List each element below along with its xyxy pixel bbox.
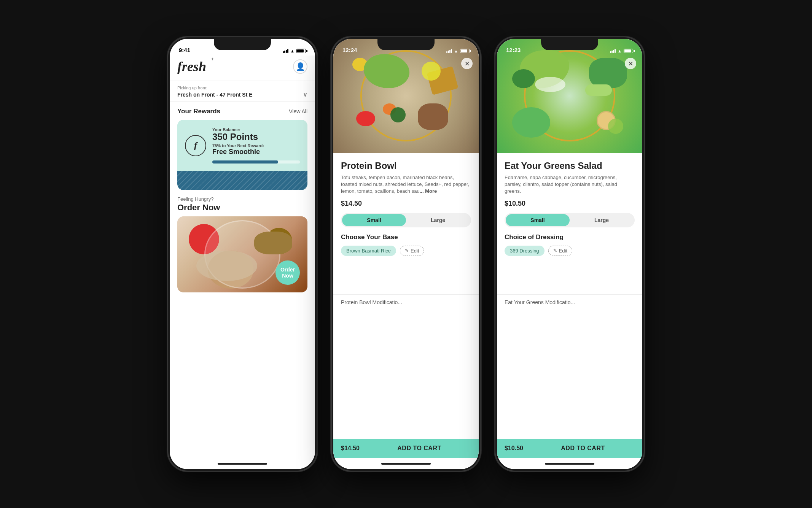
- battery-icon: [460, 49, 470, 53]
- logo-decoration: ✦: [211, 57, 214, 61]
- size-small[interactable]: Small: [342, 214, 406, 226]
- app-header: fresh ✦ 👤: [170, 56, 315, 81]
- product-description: Edamame, napa cabbage, cucumber, microgr…: [505, 174, 635, 195]
- signal-icon: [610, 49, 616, 53]
- close-button[interactable]: ✕: [625, 58, 636, 69]
- base-section-title: Choose Your Base: [341, 233, 471, 241]
- hungry-section: Feeling Hungry? Order Now Order Now: [170, 190, 315, 458]
- phone-3: 12:23 ▲: [495, 37, 644, 471]
- rewards-card: f Your Balance: 350 Points 75% to Your N…: [177, 120, 307, 190]
- size-large[interactable]: Large: [570, 214, 634, 226]
- battery-icon: [296, 49, 306, 53]
- salad-image: [497, 39, 642, 153]
- status-time: 9:41: [179, 47, 190, 53]
- product-name: Protein Bowl: [341, 160, 471, 171]
- add-to-cart-bar[interactable]: $10.50 ADD TO CART: [497, 439, 642, 458]
- pickup-location[interactable]: Fresh on Front - 47 Front St E ∨: [177, 91, 307, 98]
- rewards-pattern: [177, 171, 307, 190]
- chevron-down-icon: ∨: [303, 91, 307, 98]
- product-price: $14.50: [341, 200, 471, 208]
- add-to-cart-button[interactable]: ADD TO CART: [531, 445, 635, 452]
- status-time: 12:24: [342, 47, 357, 53]
- phone-1: 9:41 ▲ fresh: [168, 37, 317, 471]
- close-button[interactable]: ✕: [461, 58, 473, 69]
- pencil-icon: ✎: [553, 248, 557, 253]
- cart-price: $10.50: [505, 445, 531, 452]
- product-screen: 12:24 ▲: [333, 39, 479, 469]
- more-link[interactable]: ... More: [420, 188, 437, 194]
- fresh-logo: fresh ✦: [177, 59, 206, 75]
- edit-button[interactable]: ✎ Edit: [548, 246, 572, 256]
- add-to-cart-button[interactable]: ADD TO CART: [368, 445, 471, 452]
- product-screen: 12:23 ▲: [497, 39, 642, 469]
- profile-icon: 👤: [296, 62, 305, 71]
- home-screen: fresh ✦ 👤 Picking up from: Fresh on Fron…: [170, 56, 315, 458]
- product-details: Protein Bowl Tofu steaks, tempeh bacon, …: [333, 153, 479, 294]
- add-to-cart-bar[interactable]: $14.50 ADD TO CART: [333, 439, 479, 458]
- size-selector: Small Large: [505, 213, 635, 227]
- next-reward-label: 75% to Your Next Reward:: [212, 143, 300, 148]
- rewards-section: Your Rewards View All f Your Balance: 35…: [170, 102, 315, 190]
- progress-fill: [212, 160, 278, 164]
- profile-button[interactable]: 👤: [293, 59, 307, 74]
- modify-section: Protein Bowl Modificatio...: [333, 294, 479, 305]
- pickup-section: Picking up from: Fresh on Front - 47 Fro…: [170, 81, 315, 102]
- wifi-icon: ▲: [618, 49, 622, 53]
- next-reward: Free Smoothie: [212, 148, 300, 156]
- wifi-icon: ▲: [290, 49, 295, 53]
- dressing-section-title: Choice of Dressing: [505, 233, 635, 241]
- pickup-label: Picking up from:: [177, 86, 307, 90]
- notch: [541, 39, 598, 50]
- home-indicator: [333, 458, 479, 469]
- wifi-icon: ▲: [454, 49, 458, 53]
- notch: [377, 39, 435, 50]
- view-all-button[interactable]: View All: [289, 108, 307, 114]
- size-small[interactable]: Small: [506, 214, 570, 226]
- status-icons: ▲: [283, 49, 306, 53]
- hungry-label: Feeling Hungry?: [177, 196, 307, 202]
- order-now-title: Order Now: [177, 203, 307, 213]
- home-indicator: [497, 458, 642, 469]
- size-selector: Small Large: [341, 213, 471, 227]
- order-now-badge[interactable]: Order Now: [275, 260, 300, 285]
- base-options: Brown Basmati Rice ✎ Edit: [341, 246, 471, 256]
- signal-icon: [446, 49, 452, 53]
- food-image[interactable]: Order Now: [177, 216, 307, 292]
- modify-section: Eat Your Greens Modificatio...: [497, 294, 642, 305]
- rewards-logo: f: [185, 135, 206, 156]
- product-hero: 12:23 ▲: [497, 39, 642, 153]
- product-details: Eat Your Greens Salad Edamame, napa cabb…: [497, 153, 642, 294]
- signal-icon: [283, 49, 288, 53]
- base-selected-tag[interactable]: Brown Basmati Rice: [341, 246, 396, 256]
- pencil-icon: ✎: [405, 248, 409, 253]
- home-indicator: [170, 458, 315, 469]
- progress-bar: [212, 160, 300, 164]
- edit-button[interactable]: ✎ Edit: [400, 246, 424, 256]
- product-hero: 12:24 ▲: [333, 39, 479, 153]
- battery-icon: [624, 49, 633, 53]
- rewards-info: Your Balance: 350 Points 75% to Your Nex…: [212, 127, 300, 164]
- product-name: Eat Your Greens Salad: [505, 160, 635, 171]
- dressing-options: 369 Dressing ✎ Edit: [505, 246, 635, 256]
- status-time: 12:23: [506, 47, 521, 53]
- rewards-header: Your Rewards View All: [177, 108, 307, 115]
- size-large[interactable]: Large: [406, 214, 470, 226]
- dressing-selected-tag[interactable]: 369 Dressing: [505, 246, 545, 256]
- rewards-title: Your Rewards: [177, 108, 220, 115]
- product-price: $10.50: [505, 200, 635, 208]
- bowl-image: [333, 39, 479, 153]
- notch: [214, 39, 271, 50]
- cart-price: $14.50: [341, 445, 368, 452]
- phone-2: 12:24 ▲: [332, 37, 480, 471]
- product-description: Tofu steaks, tempeh bacon, marinated bla…: [341, 174, 471, 195]
- points-value: 350 Points: [212, 132, 300, 142]
